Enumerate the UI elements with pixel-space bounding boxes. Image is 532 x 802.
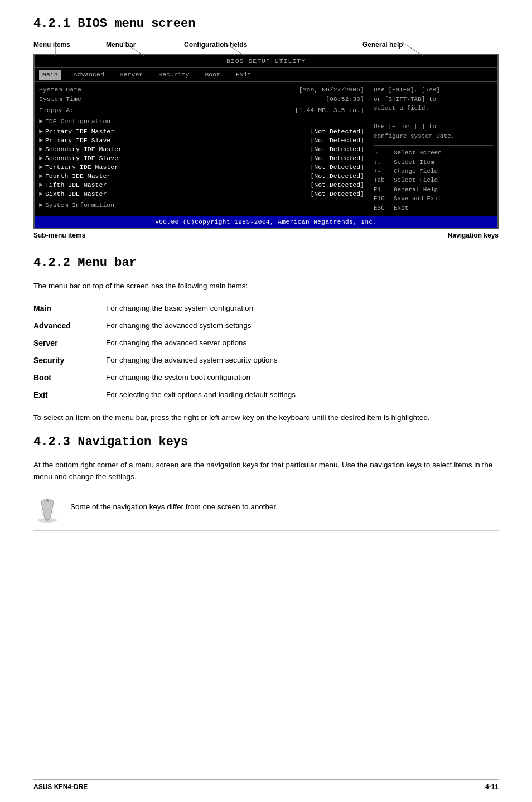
bios-footer: V00.00 (C)Copyright 1985-2004, American …: [35, 216, 497, 228]
footer-right: 4-11: [485, 783, 499, 791]
table-row: Security For changing the advanced syste…: [33, 352, 499, 369]
footer-left: ASUS KFN4-DRE: [33, 783, 88, 791]
nav-row-f10: F10 Save and Exit: [374, 195, 493, 203]
label-menu-bar: Menu bar: [106, 41, 136, 49]
menu-table: Main For changing the basic system confi…: [33, 300, 499, 404]
bios-sub-pri-master: ►Primary IDE Master [Not Detected]: [39, 127, 364, 136]
section-422: 4.2.2 Menu bar The menu bar on top of th…: [33, 256, 499, 423]
section-423-intro: At the bottom right corner of a menu scr…: [33, 459, 499, 483]
bios-sub-tert-master: ►Tertiary IDE Master [Not Detected]: [39, 163, 364, 172]
bios-sub-fourth-master: ►Fourth IDE Master [Not Detected]: [39, 172, 364, 181]
section-422-title: 4.2.2 Menu bar: [33, 256, 499, 270]
nav-row-item: ↑↓ Select Item: [374, 158, 493, 167]
bios-divider: [374, 145, 493, 146]
label-menu-items: Menu items: [33, 41, 70, 49]
bios-help-text: Use [ENTER], [TAB] or [SHIFT-TAB] to sel…: [374, 85, 493, 141]
bios-diagram: Menu items Menu bar Configuration fields…: [33, 41, 499, 239]
table-row: Exit For selecting the exit options and …: [33, 386, 499, 404]
diagram-labels-bottom: Sub-menu items Navigation keys: [33, 231, 499, 239]
bios-menu-main[interactable]: Main: [39, 70, 61, 80]
menu-desc-advanced: For changing the advanced system setting…: [106, 317, 499, 335]
table-row: Advanced For changing the advanced syste…: [33, 317, 499, 335]
svg-point-5: [46, 499, 49, 501]
diagram-wrapper: BIOS SETUP UTILITY Main Advanced Server …: [33, 54, 499, 229]
menu-desc-main: For changing the basic system configurat…: [106, 300, 499, 317]
bios-sub-ide-config: ►IDE Configuration: [39, 117, 364, 126]
bios-menu-security[interactable]: Security: [155, 70, 192, 80]
menu-name-server: Server: [33, 335, 106, 352]
bios-menu-exit[interactable]: Exit: [233, 70, 255, 80]
bios-right-panel: Use [ENTER], [TAB] or [SHIFT-TAB] to sel…: [369, 82, 497, 216]
pencil-icon: [33, 497, 61, 525]
bios-sub-sec-slave: ►Secondary IDE Slave [Not Detected]: [39, 154, 364, 163]
menu-desc-exit: For selecting the exit options and loadi…: [106, 386, 499, 404]
table-row: Boot For changing the system boot config…: [33, 369, 499, 386]
section-422-intro: The menu bar on top of the screen has th…: [33, 280, 499, 292]
bios-title-bar: BIOS SETUP UTILITY: [35, 55, 497, 68]
note-text: Some of the navigation keys differ from …: [70, 501, 278, 513]
label-config-fields: Configuration fields: [184, 41, 247, 49]
bios-item-sysdate: System Date [Mon, 06/27/2005]: [39, 85, 364, 94]
table-row: Main For changing the basic system confi…: [33, 300, 499, 317]
note-box: Some of the navigation keys differ from …: [33, 491, 499, 531]
bios-menu-server[interactable]: Server: [117, 70, 146, 80]
nav-row-esc: ESC Exit: [374, 204, 493, 212]
menu-name-boot: Boot: [33, 369, 106, 386]
note-icon: [33, 497, 61, 525]
menu-name-security: Security: [33, 352, 106, 369]
menu-desc-security: For changing the advanced system securit…: [106, 352, 499, 369]
bios-menu-bar[interactable]: Main Advanced Server Security Boot Exit: [35, 68, 497, 82]
bios-screen: BIOS SETUP UTILITY Main Advanced Server …: [33, 54, 499, 229]
bios-menu-advanced[interactable]: Advanced: [70, 70, 108, 80]
bios-sub-pri-slave: ►Primary IDE Slave [Not Detected]: [39, 136, 364, 145]
diagram-labels-top: Menu items Menu bar Configuration fields…: [33, 41, 499, 52]
section-423-title: 4.2.3 Navigation keys: [33, 435, 499, 449]
bios-menu-boot[interactable]: Boot: [201, 70, 224, 80]
section-423: 4.2.3 Navigation keys At the bottom righ…: [33, 435, 499, 531]
menu-desc-boot: For changing the system boot configurati…: [106, 369, 499, 386]
bios-left-panel: System Date [Mon, 06/27/2005] System Tim…: [35, 82, 369, 216]
menu-name-main: Main: [33, 300, 106, 317]
label-nav-keys: Navigation keys: [448, 231, 499, 239]
section-421-title: 4.2.1 BIOS menu screen: [33, 17, 499, 31]
bios-item-floppy: Floppy A: [1.44 MB, 3.5 in.]: [39, 106, 364, 115]
table-row: Server For changing the advanced server …: [33, 335, 499, 352]
menu-desc-server: For changing the advanced server options: [106, 335, 499, 352]
bios-sub-sec-master: ►Secondary IDE Master [Not Detected]: [39, 145, 364, 154]
label-sub-menu: Sub-menu items: [33, 231, 85, 239]
bios-body: System Date [Mon, 06/27/2005] System Tim…: [35, 82, 497, 216]
bios-sub-sysinfo: ►System Information: [39, 201, 364, 210]
section-422-note: To select an item on the menu bar, press…: [33, 412, 499, 424]
nav-row-tab: Tab Select Field: [374, 176, 493, 185]
nav-row-f1: F1 General Help: [374, 186, 493, 194]
bios-item-systime: System Time [08:52:30]: [39, 95, 364, 104]
bios-sub-sixth-master: ►Sixth IDE Master [Not Detected]: [39, 190, 364, 199]
nav-row-screen: →← Select Screen: [374, 149, 493, 157]
nav-row-field: +- Change Field: [374, 167, 493, 176]
label-general-help: General help: [362, 41, 403, 49]
menu-name-exit: Exit: [33, 386, 106, 404]
bios-sub-fifth-master: ►Fifth IDE Master [Not Detected]: [39, 181, 364, 190]
menu-name-advanced: Advanced: [33, 317, 106, 335]
page-footer: ASUS KFN4-DRE 4-11: [33, 779, 499, 791]
bios-nav-table: →← Select Screen ↑↓ Select Item +- Chang…: [374, 149, 493, 212]
